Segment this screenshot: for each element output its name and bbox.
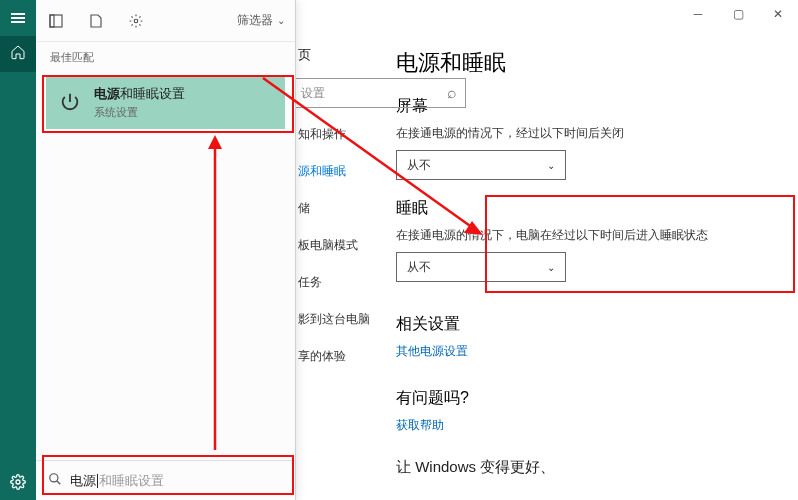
result-subtitle: 系统设置 — [94, 105, 185, 120]
search-text: 电源和睡眠设置 — [70, 472, 164, 490]
recent-icon[interactable] — [36, 0, 76, 42]
screen-desc: 在接通电源的情况下，经过以下时间后关闭 — [396, 125, 778, 142]
settings-search-placeholder: 设置 — [301, 85, 325, 102]
chevron-down-icon: ⌄ — [277, 15, 285, 26]
svg-rect-0 — [50, 15, 62, 27]
promo-text: 让 Windows 变得更好、 — [396, 458, 778, 477]
start-search-box[interactable]: 电源和睡眠设置 — [36, 460, 295, 500]
sleep-timeout-dropdown[interactable]: 从不 ⌄ — [396, 252, 566, 282]
chevron-down-icon: ⌄ — [547, 262, 555, 273]
settings-search-input[interactable]: 设置 ⌕ — [292, 78, 466, 108]
search-result-power-sleep[interactable]: 电源和睡眠设置 系统设置 — [46, 75, 285, 129]
minimize-button[interactable]: ─ — [678, 0, 718, 28]
get-help-link[interactable]: 获取帮助 — [396, 417, 778, 434]
chevron-down-icon: ⌄ — [547, 160, 555, 171]
window-titlebar[interactable]: 设置 ─ ▢ ✕ — [240, 0, 798, 28]
svg-point-3 — [50, 473, 58, 481]
maximize-button[interactable]: ▢ — [718, 0, 758, 28]
settings-gear-button[interactable] — [0, 464, 36, 500]
document-icon[interactable] — [76, 0, 116, 42]
sleep-heading: 睡眠 — [396, 198, 778, 219]
sleep-desc: 在接通电源的情况下，电脑在经过以下时间后进入睡眠状态 — [396, 227, 778, 244]
svg-point-2 — [134, 19, 138, 23]
question-heading: 有问题吗? — [396, 388, 778, 409]
filter-label: 筛选器 — [237, 12, 273, 29]
search-icon: ⌕ — [447, 84, 457, 102]
home-button[interactable] — [0, 36, 36, 72]
svg-line-4 — [57, 480, 61, 484]
filter-button[interactable]: 筛选器 ⌄ — [237, 12, 285, 29]
svg-rect-1 — [50, 15, 54, 27]
screen-timeout-value: 从不 — [407, 157, 431, 174]
hamburger-button[interactable] — [0, 0, 36, 36]
start-header: 筛选器 ⌄ — [36, 0, 295, 42]
gear-icon[interactable] — [116, 0, 156, 42]
settings-window: 设置 ─ ▢ ✕ 页 设置 ⌕ 知和操作源和睡眠储板电脑模式任务影到这台电脑享的… — [240, 0, 798, 500]
taskbar — [0, 0, 36, 500]
best-match-label: 最佳匹配 — [36, 42, 295, 71]
related-heading: 相关设置 — [396, 314, 778, 335]
page-title: 电源和睡眠 — [396, 48, 778, 78]
search-icon — [48, 472, 62, 490]
start-search-panel: 筛选器 ⌄ 最佳匹配 电源和睡眠设置 系统设置 电源和睡眠设置 — [36, 0, 296, 500]
close-button[interactable]: ✕ — [758, 0, 798, 28]
screen-timeout-dropdown[interactable]: 从不 ⌄ — [396, 150, 566, 180]
window-controls: ─ ▢ ✕ — [678, 0, 798, 28]
result-title: 电源和睡眠设置 — [94, 85, 185, 103]
sleep-timeout-value: 从不 — [407, 259, 431, 276]
svg-point-5 — [16, 480, 20, 484]
power-icon — [56, 88, 84, 116]
other-power-settings-link[interactable]: 其他电源设置 — [396, 343, 778, 360]
